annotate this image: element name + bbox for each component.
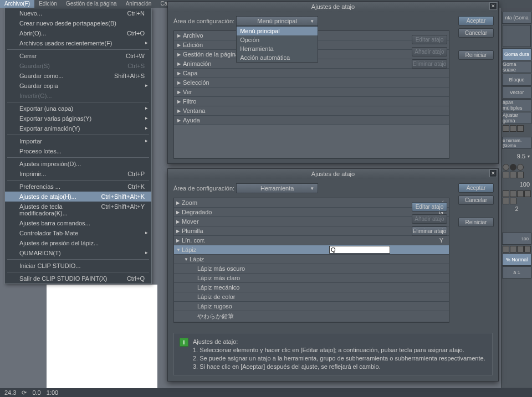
area-label: Área de configuración: bbox=[173, 18, 234, 24]
menu-gestion[interactable]: Gestión de la página bbox=[62, 0, 121, 8]
info-line: 3. Si hace clic en [Aceptar] después del… bbox=[193, 363, 485, 371]
cancel-button[interactable]: Cancelar bbox=[458, 195, 494, 205]
tree-node[interactable]: Lápiz más oscuro bbox=[174, 264, 449, 274]
tree-node[interactable]: ▶Ver bbox=[174, 87, 449, 97]
brush-preview bbox=[503, 25, 531, 47]
shortcut-tree[interactable]: ▶Zoom/▶DegradadoG▶Mover▶PlumillaP▶Lín. c… bbox=[173, 198, 449, 323]
document-page bbox=[47, 285, 157, 395]
menu-item[interactable]: Guardar como...Shift+Alt+S bbox=[5, 71, 151, 81]
menu-item[interactable]: Controlador Tab-Mate bbox=[5, 228, 151, 238]
tree-node[interactable]: Lápiz mecánico bbox=[174, 283, 449, 292]
menu-item[interactable]: Crear nuevo desde portapapeles(B) bbox=[5, 18, 151, 28]
menu-item[interactable]: Archivos usados recientemente(F) bbox=[5, 38, 151, 48]
tree-node[interactable]: ▶Filtro bbox=[174, 97, 449, 106]
chevron-down-icon[interactable]: ▾ bbox=[528, 154, 530, 159]
menu-item[interactable]: Iniciar CLIP STUDIO... bbox=[5, 261, 151, 271]
status-icon[interactable]: ⟳ bbox=[22, 389, 27, 396]
menu-item[interactable]: CerrarCtrl+W bbox=[5, 51, 151, 61]
opacity-row[interactable]: 100 bbox=[502, 179, 532, 189]
menu-item[interactable]: QUMARION(T) bbox=[5, 248, 151, 258]
tree-node[interactable]: ▶Mover bbox=[174, 217, 449, 226]
tree-node[interactable]: ▶Selección bbox=[174, 78, 449, 87]
menu-item[interactable]: Ajustes de presión del lápiz... bbox=[5, 238, 151, 248]
menu-item[interactable]: Preferencias ...Ctrl+K bbox=[5, 182, 151, 192]
menu-item[interactable]: Nuevo...Ctrl+N bbox=[5, 8, 151, 18]
close-icon[interactable]: ✕ bbox=[489, 169, 497, 177]
menu-item[interactable]: Exportar (una capa) bbox=[5, 104, 151, 114]
dialog-titlebar[interactable]: Ajustes de atajo ✕ bbox=[168, 2, 498, 12]
dropdown-option[interactable]: Menú principal bbox=[237, 27, 318, 35]
delete-shortcut-button[interactable]: Eliminar atajo bbox=[412, 226, 447, 236]
dialog-titlebar[interactable]: Ajustes de atajo ✕ bbox=[168, 169, 498, 179]
tree-node[interactable]: ▶DegradadoG bbox=[174, 208, 449, 217]
tool-item[interactable]: Bloque bbox=[502, 74, 531, 86]
tree-node[interactable]: ▶Zoom/ bbox=[174, 198, 449, 208]
menu-edicion[interactable]: Edición bbox=[34, 0, 62, 8]
blend-mode[interactable]: % Normal bbox=[502, 254, 531, 266]
tree-node[interactable]: ▶Ayuda bbox=[174, 116, 449, 125]
shortcut-input[interactable] bbox=[329, 246, 390, 254]
tool-item[interactable]: Goma suave bbox=[502, 61, 531, 73]
menu-animacion[interactable]: Animación bbox=[121, 0, 156, 8]
panel-tab[interactable]: nta (Goma bbox=[502, 12, 531, 24]
menu-item[interactable]: Ajustes barra comandos... bbox=[5, 218, 151, 228]
tool-item[interactable]: Goma dura bbox=[502, 48, 531, 60]
tree-node[interactable]: ▼Lápiz bbox=[174, 255, 449, 264]
accept-button[interactable]: Aceptar bbox=[458, 183, 494, 193]
menu-item[interactable]: Proceso lotes... bbox=[5, 146, 151, 156]
info-box: i Ajustes de atajo: 1. Seleccionar eleme… bbox=[173, 333, 493, 375]
reset-button[interactable]: Reiniciar bbox=[458, 50, 494, 60]
info-title: Ajustes de atajo: bbox=[193, 338, 485, 346]
time-value: 1:00 bbox=[47, 389, 58, 396]
tree-node[interactable]: ▶Lín. corr.Y bbox=[174, 236, 449, 245]
menu-item[interactable]: Exportar animación(Y) bbox=[5, 123, 151, 133]
brush-size-value: 9.5 bbox=[517, 153, 525, 159]
dropdown-option[interactable]: Opción bbox=[237, 35, 318, 44]
tool-item[interactable]: Vector bbox=[502, 86, 531, 99]
menu-item[interactable]: Importar bbox=[5, 136, 151, 146]
tree-node[interactable]: やわらか鉛筆 bbox=[174, 311, 449, 322]
tree-node[interactable]: ▼Lápiz bbox=[174, 245, 449, 255]
dropdown-option[interactable]: Herramienta bbox=[237, 44, 318, 53]
menu-item[interactable]: Salir de CLIP STUDIO PAINT(X)Ctrl+Q bbox=[5, 274, 151, 283]
icon-grid bbox=[503, 190, 531, 204]
edit-shortcut-button[interactable]: Editar atajo bbox=[412, 202, 447, 212]
accept-button[interactable]: Aceptar bbox=[458, 16, 494, 25]
menu-item[interactable]: Imprimir...Ctrl+P bbox=[5, 169, 151, 179]
opacity-value: 100 bbox=[520, 181, 530, 188]
brush-size-row[interactable]: 9.5▾ bbox=[502, 149, 532, 163]
extra-value: 2 bbox=[502, 205, 532, 215]
dialog-title: Ajustes de atajo bbox=[311, 3, 355, 10]
menu-item[interactable]: Ajustes impresión(D)... bbox=[5, 159, 151, 169]
delete-shortcut-button: Eliminar atajo bbox=[412, 59, 447, 69]
close-icon[interactable]: ✕ bbox=[489, 2, 497, 10]
dialog-title: Ajustes de atajo bbox=[311, 171, 355, 177]
menu-archivo[interactable]: Archivo(F) bbox=[0, 0, 34, 8]
menu-item[interactable]: Guardar copia bbox=[5, 81, 151, 91]
tree-node[interactable]: ▶Capa bbox=[174, 69, 449, 78]
status-bar: 24.3 ⟳ 0.0 1:00 bbox=[0, 388, 532, 397]
layer-name[interactable]: a 1 bbox=[502, 266, 531, 279]
tree-node[interactable]: ▶PlumillaP bbox=[174, 226, 449, 236]
menu-item[interactable]: Exportar varias páginas(Y) bbox=[5, 114, 151, 123]
area-combo[interactable]: Menú principal bbox=[236, 16, 318, 26]
add-shortcut-button: Añadir atajo bbox=[412, 47, 447, 56]
area-combo[interactable]: Herramienta bbox=[236, 183, 318, 193]
tree-node[interactable]: ▶Ventana bbox=[174, 106, 449, 116]
tree-node[interactable]: Lápiz más claro bbox=[174, 274, 449, 283]
menu-item[interactable]: Ajustes de atajo(H)...Ctrl+Shift+Alt+K bbox=[5, 192, 151, 202]
tree-node[interactable]: Lápiz de color bbox=[174, 292, 449, 302]
tool-item[interactable]: apas múltiples bbox=[502, 99, 531, 111]
tool-options-panel: nta (Goma Goma dura Goma suave Bloque Ve… bbox=[501, 11, 532, 388]
tool-item[interactable]: Ajustar goma bbox=[502, 112, 531, 124]
menu-item[interactable]: Ajustes de tecla modificadora(K)...Ctrl+… bbox=[5, 202, 151, 218]
menu-item[interactable]: Abrir(O)...Ctrl+O bbox=[5, 28, 151, 38]
dropdown-option[interactable]: Acción automática bbox=[237, 53, 318, 62]
auto-value[interactable]: 100 bbox=[502, 233, 531, 245]
menu-item: Invertir(G)... bbox=[5, 91, 151, 101]
frame-value: 0.0 bbox=[32, 389, 40, 396]
cancel-button[interactable]: Cancelar bbox=[458, 28, 494, 38]
reset-button[interactable]: Reiniciar bbox=[458, 218, 494, 227]
icon-row bbox=[503, 125, 531, 132]
tree-node[interactable]: Lápiz rugoso bbox=[174, 302, 449, 311]
